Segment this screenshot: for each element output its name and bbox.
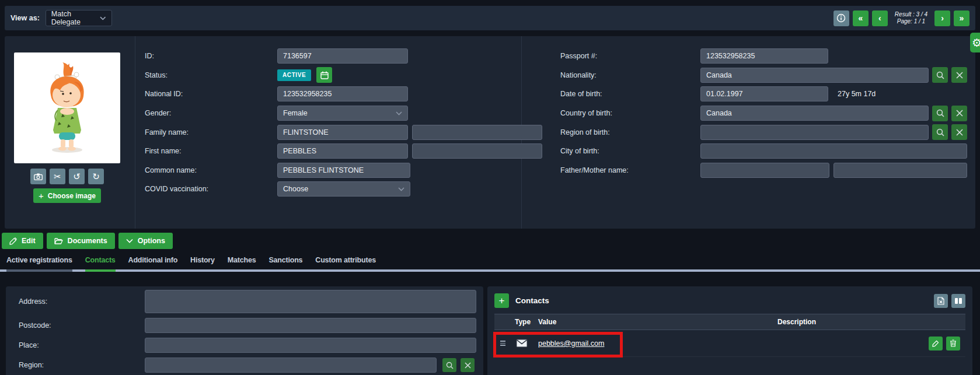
column-type: Type <box>515 318 538 326</box>
tab-custom-attributes[interactable]: Custom attributes <box>315 256 376 272</box>
table-columns-icon <box>954 297 962 304</box>
view-as-value: Match Delegate <box>51 10 100 26</box>
first-name-input[interactable] <box>277 143 408 159</box>
region-of-birth-clear-button[interactable] <box>951 124 967 140</box>
search-icon <box>446 362 454 369</box>
family-name-input[interactable] <box>277 125 408 140</box>
options-label: Options <box>138 237 165 245</box>
documents-button[interactable]: Documents <box>47 233 115 249</box>
double-chevron-left-icon: « <box>858 13 863 23</box>
region-of-birth-search-button[interactable] <box>932 124 948 140</box>
nationality-search-button[interactable] <box>932 67 948 83</box>
status-label: Status: <box>145 71 277 79</box>
region-of-birth-input[interactable] <box>700 125 929 140</box>
city-of-birth-input[interactable] <box>700 143 967 159</box>
mother-name-input[interactable] <box>833 163 967 178</box>
field-row-address: Address: <box>13 290 476 313</box>
add-contact-button[interactable]: + <box>494 293 509 308</box>
chevron-left-icon: ‹ <box>878 13 881 23</box>
take-photo-button[interactable] <box>30 169 46 184</box>
export-excel-button[interactable] <box>934 294 948 308</box>
top-bar: View as: Match Delegate « ‹ Result : 3 /… <box>5 6 975 30</box>
tab-matches[interactable]: Matches <box>228 256 256 272</box>
covid-select[interactable]: Choose <box>277 181 410 197</box>
next-page-button[interactable]: › <box>934 10 950 26</box>
status-history-button[interactable] <box>316 67 332 83</box>
delete-contact-button[interactable] <box>946 337 960 351</box>
father-name-input[interactable] <box>700 163 829 178</box>
result-count: Result : 3 / 4 <box>895 11 927 18</box>
tab-bar: Active registrations Contacts Additional… <box>0 256 980 272</box>
country-of-birth-input[interactable] <box>700 106 929 121</box>
prev-page-button[interactable]: ‹ <box>872 10 888 26</box>
gender-select[interactable]: Female <box>277 106 408 121</box>
field-row-family-name: Family name: <box>145 122 410 142</box>
nationality-clear-button[interactable] <box>951 67 967 83</box>
tab-sanctions[interactable]: Sanctions <box>268 256 302 272</box>
info-icon <box>836 13 846 23</box>
national-id-label: National ID: <box>145 90 277 98</box>
address-input[interactable] <box>145 290 476 313</box>
address-label: Address: <box>13 297 145 306</box>
contacts-title: Contacts <box>515 296 549 305</box>
person-photo <box>14 52 120 163</box>
view-as-select[interactable]: Match Delegate <box>46 10 112 26</box>
tab-additional-info[interactable]: Additional info <box>128 256 177 272</box>
region-label: Region: <box>13 361 145 369</box>
choose-image-button[interactable]: + Choose image <box>33 188 101 203</box>
options-button[interactable]: Options <box>118 233 173 249</box>
tab-history[interactable]: History <box>190 256 215 272</box>
field-row-national-id: National ID: <box>145 85 410 104</box>
field-row-region-of-birth: Region of birth: <box>560 122 968 142</box>
tab-contacts[interactable]: Contacts <box>85 256 116 272</box>
first-name-label: First name: <box>145 147 277 155</box>
info-button[interactable] <box>833 10 849 26</box>
drag-handle-icon[interactable] <box>500 341 508 346</box>
city-of-birth-label: City of birth: <box>560 147 700 155</box>
action-buttons: Edit Documents Options <box>2 233 980 249</box>
rotate-left-button[interactable]: ↺ <box>69 169 85 184</box>
id-input[interactable] <box>277 48 408 64</box>
columns-button[interactable] <box>951 294 965 308</box>
postcode-input[interactable] <box>145 318 476 333</box>
place-input[interactable] <box>145 338 476 353</box>
tab-active-registrations[interactable]: Active registrations <box>6 256 72 272</box>
redo-icon: ↻ <box>92 171 100 182</box>
result-info: Result : 3 / 4 Page: 1 / 1 <box>891 11 931 25</box>
field-row-postcode: Postcode: <box>13 318 476 333</box>
field-row-country-of-birth: Country of birth: <box>560 104 968 123</box>
first-name-alt-input[interactable] <box>412 143 542 159</box>
gender-label: Gender: <box>145 109 277 117</box>
column-value: Value <box>538 318 777 326</box>
plus-icon: + <box>39 191 44 201</box>
national-id-input[interactable] <box>277 86 408 101</box>
settings-gear-button[interactable]: ⚙ <box>970 33 980 52</box>
first-page-button[interactable]: « <box>853 10 869 26</box>
edit-button[interactable]: Edit <box>2 233 43 249</box>
person-details-panel: ✂ ↺ ↻ + Choose image ID: Status: ACTIVE … <box>5 36 975 229</box>
region-clear-button[interactable] <box>461 358 475 372</box>
dob-input[interactable] <box>700 86 828 101</box>
field-row-city-of-birth: City of birth: <box>560 142 968 161</box>
close-icon <box>956 110 963 117</box>
crop-image-button[interactable]: ✂ <box>50 169 65 184</box>
column-description: Description <box>777 318 965 326</box>
rotate-right-button[interactable]: ↻ <box>88 169 104 184</box>
field-row-region: Region: <box>13 358 476 373</box>
edit-contact-button[interactable] <box>929 337 943 351</box>
nationality-input[interactable] <box>700 68 929 83</box>
passport-input[interactable] <box>700 48 828 64</box>
country-of-birth-clear-button[interactable] <box>951 106 967 121</box>
contact-email-link[interactable]: pebbles@gmail.com <box>538 339 604 348</box>
address-panel: Address: Postcode: Place: Region: <box>6 286 483 375</box>
plus-icon: + <box>499 295 505 307</box>
place-label: Place: <box>13 341 145 349</box>
common-name-input[interactable] <box>277 163 410 178</box>
region-search-button[interactable] <box>442 358 456 372</box>
country-of-birth-search-button[interactable] <box>932 106 948 121</box>
family-name-alt-input[interactable] <box>412 125 542 140</box>
last-page-button[interactable]: » <box>954 10 969 26</box>
gear-icon: ⚙ <box>972 36 980 50</box>
region-input[interactable] <box>145 358 437 373</box>
pencil-icon <box>9 237 17 245</box>
